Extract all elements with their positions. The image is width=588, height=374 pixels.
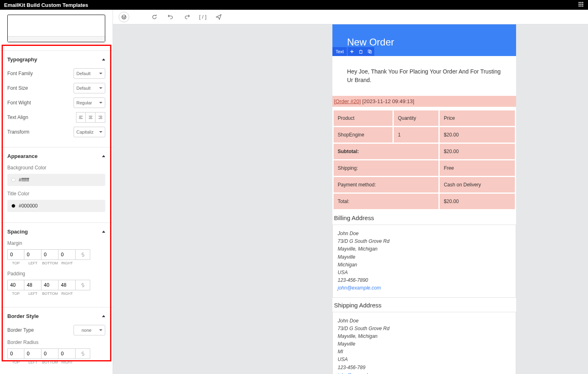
padding-left-input[interactable]: [24, 280, 41, 290]
typography-section-header[interactable]: Typography: [0, 51, 113, 68]
border-section-header[interactable]: Border Style: [0, 307, 113, 325]
table-row: Total:$20.00: [334, 194, 515, 209]
radius-left-input[interactable]: [24, 348, 41, 359]
chevron-up-icon: [102, 58, 105, 61]
bg-color-label: Background Color: [7, 165, 105, 171]
font-weight-dropdown[interactable]: Regular: [74, 97, 105, 108]
app-title-bar: EmailKit Build Custom Templates: [0, 0, 588, 10]
margin-right-input[interactable]: [59, 249, 76, 260]
border-type-label: Border Type: [7, 327, 34, 333]
margin-top-input[interactable]: [7, 249, 24, 260]
shipping-address-box: John Doe 73/D G South Grove Rd Mayville,…: [332, 312, 516, 374]
chevron-up-icon: [102, 231, 105, 233]
email-preview: New Order Text Hey Joe, Thank You For Pl…: [332, 24, 516, 374]
element-type-label: Text: [332, 47, 347, 56]
font-size-label: Font Size: [7, 85, 28, 91]
preview-tabs-box[interactable]: [7, 15, 105, 42]
margin-label: Margin: [7, 240, 105, 246]
svg-rect-5: [582, 4, 584, 5]
margin-left-input[interactable]: [24, 249, 41, 260]
svg-rect-7: [580, 5, 581, 6]
padding-right-input[interactable]: [59, 280, 76, 290]
wordpress-icon[interactable]: [119, 12, 129, 22]
svg-rect-6: [579, 5, 580, 6]
col-product: Product: [334, 110, 393, 126]
color-swatch-icon: [11, 204, 15, 208]
element-toolbar: Text: [332, 47, 374, 56]
transform-dropdown[interactable]: Capitaliz: [74, 127, 105, 137]
margin-link-button[interactable]: [76, 249, 90, 260]
bg-color-input[interactable]: #ffffff: [7, 174, 105, 186]
shortcode-button[interactable]: [ / ]: [199, 13, 206, 21]
margin-bottom-input[interactable]: [41, 249, 59, 260]
svg-rect-3: [579, 4, 580, 5]
radius-right-input[interactable]: [59, 348, 76, 359]
undo-button[interactable]: [167, 13, 175, 21]
font-size-dropdown[interactable]: Default: [74, 83, 105, 93]
title-color-label: Title Color: [7, 191, 105, 197]
spacing-section-header[interactable]: Spacing: [0, 223, 113, 240]
email-header-title: New Order: [347, 37, 501, 48]
border-type-dropdown[interactable]: none: [74, 325, 105, 335]
chevron-up-icon: [102, 315, 105, 317]
font-weight-label: Font Wight: [7, 100, 31, 106]
sidebar-panel: Typography Font Family Default Font Size…: [0, 10, 113, 374]
align-right-button[interactable]: [95, 112, 105, 123]
col-price: Price: [440, 110, 515, 126]
radius-bottom-input[interactable]: [41, 348, 59, 359]
shipping-email-link[interactable]: john@example.com: [338, 372, 381, 374]
order-meta-row: [Order #20] [2023-11-12 09:49:13]: [332, 96, 516, 107]
text-align-label: Text Align: [7, 115, 28, 120]
chevron-up-icon: [102, 155, 105, 157]
billing-address-box: John Doe 73/D G South Grove Rd Mayville,…: [332, 225, 516, 298]
radius-link-button[interactable]: [76, 348, 90, 359]
col-quantity: Quantity: [394, 110, 438, 126]
padding-bottom-input[interactable]: [41, 280, 59, 290]
shipping-address-title: Shipping Address: [332, 298, 516, 312]
appearance-section-header[interactable]: Appearance: [0, 147, 113, 165]
redo-button[interactable]: [183, 13, 191, 21]
duplicate-element-button[interactable]: [365, 47, 374, 56]
table-row: Shipping:Free: [334, 160, 515, 176]
table-row: Payment method:Cash on Delivery: [334, 177, 515, 192]
svg-rect-1: [580, 2, 581, 3]
order-number-link[interactable]: [Order #20]: [334, 98, 361, 104]
delete-element-button[interactable]: [356, 47, 365, 56]
table-row: ShopEngine 1 $20.00: [334, 127, 515, 143]
transform-label: Transform: [7, 129, 29, 135]
app-title: EmailKit Build Custom Templates: [4, 2, 88, 8]
title-color-input[interactable]: #000000: [7, 200, 105, 212]
order-items-table: Product Quantity Price ShopEngine 1 $20.…: [332, 109, 516, 210]
apps-grid-icon[interactable]: [578, 2, 584, 9]
svg-rect-0: [579, 2, 580, 3]
radius-top-input[interactable]: [7, 348, 24, 359]
refresh-button[interactable]: [150, 13, 158, 21]
editor-toolbar: [ / ]: [113, 10, 588, 24]
padding-link-button[interactable]: [76, 280, 90, 290]
send-button[interactable]: [215, 13, 223, 21]
billing-email-link[interactable]: john@example.com: [338, 285, 381, 291]
border-radius-label: Border Radius: [7, 339, 105, 345]
billing-address-title: Billing Address: [332, 210, 516, 225]
add-element-button[interactable]: [347, 47, 356, 56]
svg-rect-2: [582, 2, 584, 3]
align-center-button[interactable]: [86, 112, 95, 123]
font-family-label: Font Family: [7, 71, 33, 76]
table-row: Subtotal:$20.00: [334, 144, 515, 159]
font-family-dropdown[interactable]: Default: [74, 68, 105, 79]
svg-rect-8: [582, 5, 584, 6]
align-left-button[interactable]: [76, 112, 86, 123]
email-header-block[interactable]: New Order Text: [332, 24, 516, 56]
greeting-text[interactable]: Hey Joe, Thank You For Placing Your Orde…: [332, 56, 516, 96]
svg-rect-4: [580, 4, 581, 5]
padding-top-input[interactable]: [7, 280, 24, 290]
svg-rect-20: [360, 51, 362, 54]
padding-label: Padding: [7, 271, 105, 277]
color-swatch-icon: [11, 178, 15, 182]
